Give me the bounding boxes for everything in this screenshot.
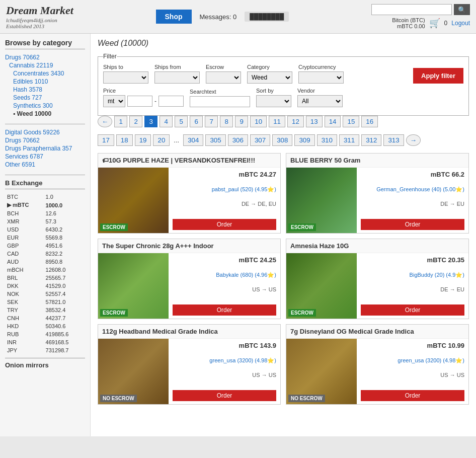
- order-button[interactable]: Order: [361, 304, 464, 316]
- page-btn-309[interactable]: 309: [294, 134, 314, 146]
- sidebar-item-other[interactable]: Other 6591: [5, 161, 85, 169]
- escrow-select[interactable]: [206, 71, 241, 84]
- page-btn-1[interactable]: 1: [114, 116, 127, 127]
- product-image: ESCROW: [286, 253, 357, 319]
- product-shipping: US → US: [361, 372, 464, 378]
- search-input[interactable]: [371, 4, 452, 15]
- sort-by-select[interactable]: [256, 95, 291, 107]
- page-btn-8[interactable]: 8: [220, 116, 233, 127]
- price-min-input[interactable]: [127, 96, 152, 107]
- searchtext-label: Searchtext: [190, 89, 250, 95]
- page-btn-10[interactable]: 10: [250, 116, 267, 127]
- ships-from-select[interactable]: [154, 71, 200, 84]
- page-btn-2[interactable]: 2: [129, 116, 142, 127]
- shop-button[interactable]: Shop: [156, 10, 192, 24]
- escrow-badge: ESCROW: [100, 309, 128, 317]
- sidebar-item-drugs[interactable]: Drugs 70662: [5, 53, 85, 61]
- sidebar-item-concentrates[interactable]: Concentrates 3430: [5, 69, 85, 78]
- product-price: mBTC 10.99: [361, 342, 464, 349]
- cart-icon[interactable]: 🛒: [429, 18, 440, 29]
- page-btn-308[interactable]: 308: [272, 134, 292, 146]
- page-btn-20[interactable]: 20: [153, 134, 170, 146]
- vendor-select[interactable]: All: [297, 95, 343, 107]
- exchange-rate-row: XMR 57.3: [6, 218, 84, 225]
- sidebar-item-digital[interactable]: Digital Goods 59226: [5, 128, 85, 136]
- page-btn-306[interactable]: 306: [228, 134, 248, 146]
- currency-name: BRL: [6, 274, 44, 281]
- page-btn-305[interactable]: 305: [205, 134, 225, 146]
- currency-name: EUR: [6, 234, 44, 241]
- sidebar-item-paraphernalia[interactable]: Drugs Paraphernalia 357: [5, 144, 85, 152]
- order-button[interactable]: Order: [361, 390, 464, 401]
- ships-to-select[interactable]: [103, 71, 148, 84]
- product-title: The Super Chronic 28g A+++ Indoor: [98, 239, 280, 253]
- page-btn-18[interactable]: 18: [116, 134, 133, 146]
- page-btn-307[interactable]: 307: [250, 134, 270, 146]
- currency-value: 6430.2: [45, 226, 84, 233]
- page-btn-311[interactable]: 311: [339, 134, 359, 146]
- order-button[interactable]: Order: [173, 304, 276, 316]
- currency-value: 57821.0: [45, 298, 84, 306]
- category-select[interactable]: Weed: [247, 71, 292, 84]
- order-button[interactable]: Order: [361, 219, 464, 230]
- product-vendor: German_Greenhouse (40) (5.00⭐): [361, 186, 464, 193]
- apply-filter-button[interactable]: Apply filter: [413, 68, 463, 84]
- page-btn-13[interactable]: 13: [306, 116, 323, 127]
- page-btn-12[interactable]: 12: [287, 116, 304, 127]
- currency-value: 41529.0: [45, 282, 84, 289]
- sidebar-item-cannabis[interactable]: Cannabis 22119: [5, 61, 85, 69]
- page-btn-11[interactable]: 11: [269, 116, 285, 127]
- page-btn-16[interactable]: 16: [361, 116, 378, 127]
- escrow-label: Escrow: [206, 64, 241, 70]
- filter-price: Price mt -: [103, 88, 184, 107]
- product-price: mBTC 143.9: [173, 342, 276, 349]
- page-btn-15[interactable]: 15: [343, 116, 359, 127]
- sidebar-item-seeds[interactable]: Seeds 727: [5, 94, 85, 102]
- currency-name: INR: [6, 339, 44, 346]
- page-btn-9[interactable]: 9: [235, 116, 248, 127]
- next-page-button[interactable]: →: [406, 134, 421, 146]
- page-btn-6[interactable]: 6: [190, 116, 203, 127]
- sidebar-item-synthetics[interactable]: Synthetics 300: [5, 102, 85, 110]
- order-button[interactable]: Order: [173, 390, 276, 401]
- cryptocurrency-select[interactable]: [298, 71, 344, 84]
- order-button[interactable]: Order: [173, 219, 276, 230]
- page-btn-17[interactable]: 17: [98, 134, 114, 146]
- exchange-rate-row: RUB 419885.6: [6, 331, 84, 338]
- page-btn-313[interactable]: 313: [383, 134, 404, 146]
- price-unit-select[interactable]: mt: [103, 95, 125, 107]
- search-button[interactable]: 🔍: [454, 4, 470, 15]
- sidebar-item-edibles[interactable]: Edibles 1010: [5, 78, 85, 86]
- currency-value: 1.0: [45, 193, 84, 200]
- product-body: ESCROW mBTC 20.35 BigBuddy (20) (4.9⭐) D…: [286, 253, 468, 319]
- page-btn-5[interactable]: 5: [175, 116, 188, 127]
- product-vendor: green_usa (3200) (4.98⭐): [361, 357, 464, 364]
- prev-page-button[interactable]: ←: [98, 116, 112, 127]
- currency-value: 5569.8: [45, 234, 84, 241]
- exchange-rate-row: BRL 25565.7: [6, 274, 84, 281]
- page-btn-4[interactable]: 4: [160, 116, 173, 127]
- header: Dream Market lchudifyeqm4ldjj.onion Esta…: [0, 0, 476, 34]
- page-btn-312[interactable]: 312: [361, 134, 381, 146]
- page-btn-3[interactable]: 3: [144, 116, 157, 127]
- price-dash: -: [154, 98, 156, 105]
- product-info: mBTC 20.35 BigBuddy (20) (4.9⭐) DE → EU …: [357, 253, 468, 319]
- cart-count: 0: [444, 20, 448, 27]
- sidebar-item-drugs2[interactable]: Drugs 70662: [5, 136, 85, 144]
- page-btn-7[interactable]: 7: [205, 116, 218, 127]
- exchange-rate-row: CAD 8232.2: [6, 250, 84, 257]
- sidebar-item-services[interactable]: Services 6787: [5, 152, 85, 161]
- site-established: Established 2013: [6, 23, 73, 29]
- sidebar-item-weed[interactable]: ▪ Weed 10000: [5, 110, 85, 118]
- price-max-input[interactable]: [158, 96, 184, 107]
- page-btn-304[interactable]: 304: [183, 134, 203, 146]
- currency-name: CAD: [6, 250, 44, 257]
- category-label: Category: [247, 64, 292, 70]
- sidebar-item-hash[interactable]: Hash 3578: [5, 86, 85, 94]
- searchtext-input[interactable]: [190, 96, 250, 107]
- page-btn-310[interactable]: 310: [317, 134, 337, 146]
- logout-button[interactable]: Logout: [451, 20, 470, 27]
- exchange-rate-row: BCH 12.6: [6, 210, 84, 217]
- page-btn-19[interactable]: 19: [135, 134, 151, 146]
- page-btn-14[interactable]: 14: [325, 116, 341, 127]
